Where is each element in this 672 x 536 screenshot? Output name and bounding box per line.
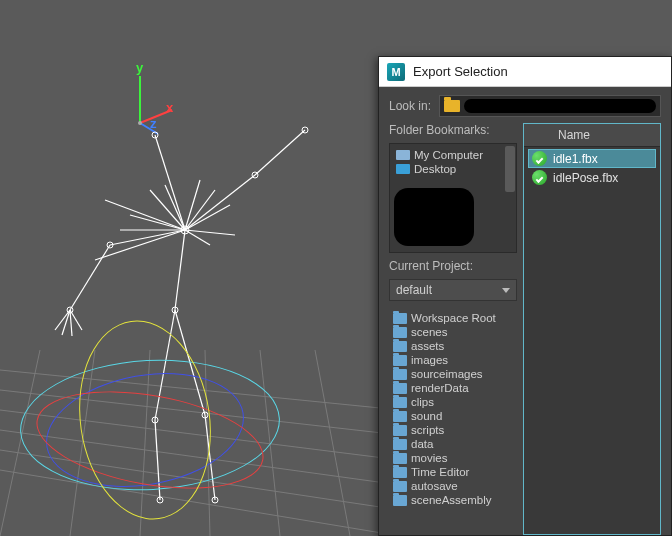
svg-line-27 [165, 185, 185, 230]
chevron-down-icon [502, 288, 510, 293]
lookin-path-field[interactable] [439, 95, 661, 117]
bookmark-label: Desktop [414, 163, 456, 175]
file-row[interactable]: idlePose.fbx [528, 168, 656, 187]
bookmark-my-computer[interactable]: My Computer [394, 148, 512, 162]
project-folder-label: autosave [411, 480, 458, 492]
bookmark-desktop[interactable]: Desktop [394, 162, 512, 176]
svg-line-4 [0, 450, 400, 510]
svg-point-15 [138, 121, 142, 125]
svg-line-19 [155, 420, 160, 500]
project-folder-item[interactable]: renderData [391, 381, 517, 395]
file-name: idlePose.fbx [553, 171, 618, 185]
svg-line-21 [205, 415, 215, 500]
dialog-title: Export Selection [413, 64, 508, 79]
project-folder-item[interactable]: clips [391, 395, 517, 409]
svg-line-23 [70, 245, 110, 310]
svg-line-25 [255, 130, 305, 175]
svg-line-11 [315, 350, 350, 536]
folder-icon [393, 355, 407, 366]
current-project-value: default [396, 283, 432, 297]
folder-icon [393, 327, 407, 338]
lookin-label: Look in: [389, 99, 431, 113]
folder-icon [393, 495, 407, 506]
svg-line-38 [62, 310, 70, 335]
scrollbar-thumb[interactable] [505, 146, 515, 192]
svg-point-47 [212, 497, 218, 503]
current-project-select[interactable]: default [389, 279, 517, 301]
project-folder-list[interactable]: Workspace Root scenes assets images sour… [389, 307, 517, 535]
project-folder-label: scripts [411, 424, 444, 436]
project-folder-item[interactable]: images [391, 353, 517, 367]
svg-line-40 [70, 310, 82, 330]
folder-icon [393, 481, 407, 492]
svg-line-10 [260, 350, 280, 536]
folder-icon [393, 453, 407, 464]
column-header-name[interactable]: Name [524, 124, 660, 147]
project-folder-label: sourceimages [411, 368, 483, 380]
svg-line-18 [155, 310, 175, 420]
project-folder-item[interactable]: sourceimages [391, 367, 517, 381]
svg-line-5 [0, 470, 400, 536]
export-selection-dialog: M Export Selection Look in: Folder Bookm… [378, 56, 672, 536]
svg-line-31 [130, 215, 185, 230]
folder-icon [393, 383, 407, 394]
manipulator-ring-yellow [67, 312, 224, 528]
svg-point-49 [67, 307, 73, 313]
bookmarks-label: Folder Bookmarks: [389, 123, 517, 137]
svg-point-51 [302, 127, 308, 133]
svg-point-50 [252, 172, 258, 178]
redacted-bookmarks [394, 188, 474, 246]
svg-line-35 [105, 200, 185, 230]
project-folder-label: images [411, 354, 448, 366]
axis-y-label: y [136, 60, 143, 75]
svg-line-29 [185, 190, 215, 230]
svg-point-48 [107, 242, 113, 248]
monitor-icon [396, 164, 410, 174]
svg-line-20 [175, 310, 205, 415]
svg-point-44 [152, 417, 158, 423]
svg-line-37 [55, 310, 70, 330]
svg-line-36 [95, 230, 185, 260]
folder-icon [393, 467, 407, 478]
maya-app-icon: M [387, 63, 405, 81]
project-folder-label: scenes [411, 326, 447, 338]
fbx-file-icon [532, 151, 547, 166]
folder-bookmarks-list[interactable]: My Computer Desktop [389, 143, 517, 253]
svg-line-34 [185, 230, 235, 235]
svg-line-2 [0, 410, 400, 460]
svg-line-28 [185, 180, 200, 230]
svg-line-1 [0, 390, 400, 435]
project-folder-label: data [411, 438, 433, 450]
project-folder-item[interactable]: Workspace Root [391, 311, 517, 325]
file-row[interactable]: idle1.fbx [528, 149, 656, 168]
svg-point-43 [172, 307, 178, 313]
svg-line-17 [175, 230, 185, 310]
project-folder-item[interactable]: assets [391, 339, 517, 353]
project-folder-label: sceneAssembly [411, 494, 492, 506]
folder-icon [393, 411, 407, 422]
project-folder-item[interactable]: sound [391, 409, 517, 423]
svg-line-8 [140, 350, 150, 536]
project-folder-item[interactable]: sceneAssembly [391, 493, 517, 507]
folder-icon [393, 313, 407, 324]
project-folder-item[interactable]: movies [391, 451, 517, 465]
project-folder-item[interactable]: Time Editor [391, 465, 517, 479]
svg-line-39 [70, 310, 72, 336]
project-folder-label: renderData [411, 382, 469, 394]
project-folder-item[interactable]: scenes [391, 325, 517, 339]
redacted-path [464, 99, 656, 113]
project-folder-item[interactable]: scripts [391, 423, 517, 437]
project-folder-item[interactable]: data [391, 437, 517, 451]
fbx-file-icon [532, 170, 547, 185]
project-folder-label: movies [411, 452, 447, 464]
ground-grid [0, 350, 400, 536]
dialog-titlebar[interactable]: M Export Selection [379, 57, 671, 87]
folder-icon [444, 100, 460, 112]
project-folder-label: Workspace Root [411, 312, 496, 324]
file-list[interactable]: idle1.fbx idlePose.fbx [524, 147, 660, 534]
svg-line-16 [155, 135, 185, 230]
skeleton-rig [0, 0, 400, 536]
folder-icon [393, 425, 407, 436]
manipulator-ring-red [29, 376, 271, 505]
project-folder-item[interactable]: autosave [391, 479, 517, 493]
